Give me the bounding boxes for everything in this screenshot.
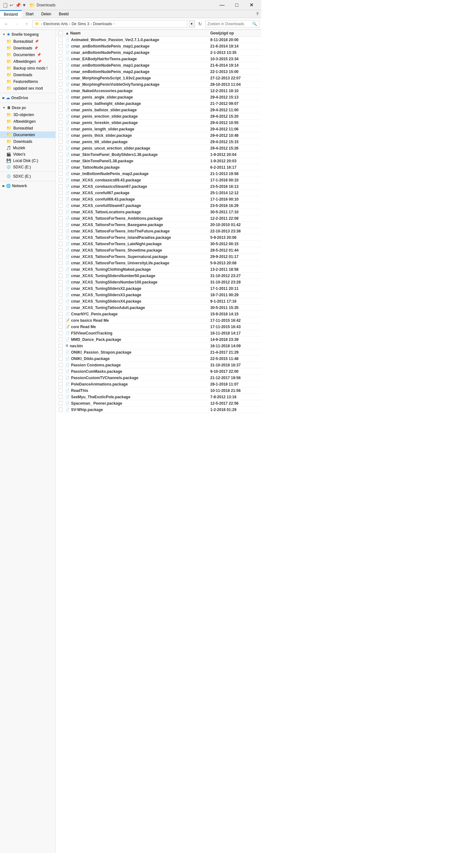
row-checkbox-17[interactable] [57, 146, 64, 150]
table-row[interactable]: 📄 cmar_XCAS_corefullSteam67.package 23-5… [56, 203, 261, 209]
minimize-button[interactable]: — [215, 0, 229, 10]
table-row[interactable]: 📄 cmar_XCAS_corebasicsSteam67.package 23… [56, 183, 261, 190]
sidebar-item-backup[interactable]: 📁 Backup sims mods ! [0, 65, 56, 71]
back-button[interactable]: ← [2, 20, 11, 28]
search-input[interactable] [207, 22, 252, 26]
row-checkbox-52[interactable] [57, 369, 64, 373]
row-checkbox-41[interactable] [57, 299, 64, 303]
table-row[interactable]: 📄 SeeMyu_TheExoticPole.package 7-8-2012 … [56, 394, 261, 400]
row-checkbox-34[interactable] [57, 254, 64, 259]
table-row[interactable]: 📄 cmar_emBottomNudePenis_map2.package 22… [56, 68, 261, 75]
sidebar-item-sdxc-2[interactable]: 💿 SDXC (E:) [0, 173, 56, 180]
table-row[interactable]: 📄 cmar_penis_thick_slider.package 29-4-2… [56, 132, 261, 139]
sidebar-section-netwerk[interactable]: ▶ 🌐 Netwerk [0, 182, 56, 189]
row-checkbox-23[interactable] [57, 184, 64, 188]
row-checkbox-38[interactable] [57, 280, 64, 284]
row-checkbox-3[interactable] [57, 57, 64, 61]
row-checkbox-8[interactable] [57, 89, 64, 93]
up-button[interactable]: ↑ [22, 20, 31, 28]
table-row[interactable]: 📄 cmar_XCAS_TattoosForTeens_UniversityLi… [56, 260, 261, 266]
title-bar-icon-4[interactable]: ▼ [22, 3, 27, 8]
row-checkbox-5[interactable] [57, 69, 64, 74]
title-bar-icon-3[interactable]: 📌 [15, 3, 21, 8]
table-row[interactable]: 📄 cmar_XCAS_corefull67.package 25-1-2014… [56, 190, 261, 196]
row-checkbox-48[interactable] [57, 344, 64, 348]
table-row[interactable]: 📄 PoleDanceAnimations.package 28-1-2018 … [56, 381, 261, 388]
table-row[interactable]: 📄 cmar_TattooNude.package 6-2-2011 16:17 [56, 164, 261, 170]
row-checkbox-32[interactable] [57, 242, 64, 246]
table-row[interactable]: 📄 CmarNYC_Penis.package 15-9-2018 14:15 [56, 311, 261, 317]
table-row[interactable]: 📄 cmar_XCAS_TattooLocations.package 30-5… [56, 209, 261, 215]
row-checkbox-26[interactable] [57, 204, 64, 208]
table-row[interactable]: 📄 Passion Condoms.package 31-10-2018 16:… [56, 362, 261, 368]
table-row[interactable]: 📄 PassionCumMasks.package 9-10-2017 22:0… [56, 368, 261, 375]
row-checkbox-44[interactable] [57, 318, 64, 322]
row-checkbox-47[interactable] [57, 337, 64, 342]
sidebar-item-updated-sex-mod[interactable]: 📁 updated sex mod [0, 85, 56, 92]
table-row[interactable]: 📄 cmar_amBottomNudePenis_map1.package 21… [56, 43, 261, 50]
row-checkbox-51[interactable] [57, 363, 64, 367]
table-row[interactable]: 📄 FSIViewCountTracking 16-11-2018 14:17 [56, 330, 261, 336]
sidebar-item-afbeeldingen-2[interactable]: 📁 Afbeeldingen [0, 118, 56, 125]
breadcrumb-item-sims[interactable]: De Sims 3 [72, 22, 89, 26]
title-bar-icon-1[interactable]: 📋 [3, 3, 8, 8]
table-row[interactable]: 📄 cmar_penis_foreskin_slider.package 29-… [56, 120, 261, 126]
sidebar-item-downloads-2[interactable]: 📁 Downloads [0, 71, 56, 78]
row-checkbox-9[interactable] [57, 95, 64, 99]
row-checkbox-22[interactable] [57, 178, 64, 182]
table-row[interactable]: 📄 cmar_SkinTonePanel_BodySliders1.38.pac… [56, 152, 261, 158]
table-row[interactable]: 📄 cmar_penis_length_slider.package 29-4-… [56, 126, 261, 132]
table-row[interactable]: 📄 cmar_XCAS_TattoosForTeens_IntoTheFutur… [56, 228, 261, 235]
table-row[interactable]: 📄 cmar_penis_tilt_slider.package 29-4-20… [56, 139, 261, 145]
row-checkbox-50[interactable] [57, 356, 64, 361]
row-checkbox-42[interactable] [57, 306, 64, 310]
row-checkbox-31[interactable] [57, 235, 64, 240]
table-row[interactable]: 📄 cmar_XCAS_TattoosForTeens_Ambitions.pa… [56, 215, 261, 222]
table-row[interactable]: 📄 ReadThis 10-11-2018 21:56 [56, 388, 261, 394]
title-bar-controls[interactable]: — □ ✕ [215, 0, 259, 10]
table-row[interactable]: 📝 core Read Me 17-11-2015 16:43 [56, 324, 261, 330]
row-checkbox-36[interactable] [57, 267, 64, 271]
sidebar-item-documenten-2[interactable]: 📁 Documenten [0, 131, 56, 138]
table-row[interactable]: 📄 cmar_tmBottomNudePenis_map2.package 21… [56, 170, 261, 177]
table-row[interactable]: 📄 Animated_WooHoo_Passion_Ver2.7.1.0.pac… [56, 37, 261, 43]
row-checkbox-1[interactable] [57, 44, 64, 48]
sidebar-item-sdxc-1[interactable]: 💿 SDXC (E:) [0, 164, 56, 170]
tab-beeld[interactable]: Beeld [55, 10, 73, 18]
table-row[interactable]: 📄 ONIKI_Passion_Strapon.package 21-4-201… [56, 349, 261, 355]
table-row[interactable]: 📄 cmar_XCAS_TattoosForTeens_LateNight.pa… [56, 241, 261, 247]
table-row[interactable]: 📄 cmar_XCAS_TuningSlidersNumber100.packa… [56, 279, 261, 285]
table-row[interactable]: 📄 cmar_XCAS_TattoosForTeens_Showtime.pac… [56, 247, 261, 253]
row-checkbox-27[interactable] [57, 210, 64, 214]
table-row[interactable]: 📄 cmar_amBottomNudePenis_map2.package 2-… [56, 50, 261, 56]
sidebar-item-documenten[interactable]: 📁 Documenten 📌 [0, 51, 56, 58]
row-checkbox-40[interactable] [57, 293, 64, 297]
sidebar-item-afbeeldingen-1[interactable]: 📁 Afbeeldingen 📌 [0, 58, 56, 65]
table-row[interactable]: 📄 cmar_SkinTonePanel1.38.package 1-9-201… [56, 158, 261, 164]
row-checkbox-0[interactable] [57, 38, 64, 42]
table-row[interactable]: 📄 cmar_penis_angle_slider.package 29-4-2… [56, 94, 261, 100]
tab-delen[interactable]: Delen [37, 10, 55, 18]
sidebar-item-local-disk[interactable]: 💾 Local Disk (C:) [0, 158, 56, 164]
select-all-checkbox[interactable] [57, 31, 64, 35]
forward-button[interactable]: → [12, 20, 21, 28]
row-checkbox-6[interactable] [57, 76, 64, 80]
row-checkbox-46[interactable] [57, 331, 64, 335]
row-checkbox-16[interactable] [57, 140, 64, 144]
table-row[interactable]: 📄 cmar_XCAS_TattoosForTeens_Basegame.pac… [56, 222, 261, 228]
row-checkbox-58[interactable] [57, 407, 64, 412]
table-row[interactable]: 📄 Spaceman_ Peener.package 12-5-2017 22:… [56, 400, 261, 407]
row-checkbox-25[interactable] [57, 197, 64, 201]
row-checkbox-7[interactable] [57, 82, 64, 86]
title-bar-icon-2[interactable]: ↩ [9, 3, 14, 8]
table-row[interactable]: 📄 cmar_XCAS_TuningSlidersX3.package 18-7… [56, 292, 261, 298]
row-checkbox-56[interactable] [57, 395, 64, 399]
row-checkbox-21[interactable] [57, 172, 64, 176]
row-checkbox-30[interactable] [57, 229, 64, 233]
tab-start[interactable]: Start [22, 10, 37, 18]
sidebar-item-3d-objecten[interactable]: 📁 3D-objecten [0, 111, 56, 118]
table-row[interactable]: ⚙ nav.bin 16-11-2018 14:09 [56, 343, 261, 349]
table-row[interactable]: 📄 cmar_XCAS_TuningSlidersX4.package 9-1-… [56, 298, 261, 305]
table-row[interactable]: 📄 SV-Whip.package 1-2-2018 01:29 [56, 407, 261, 413]
row-checkbox-53[interactable] [57, 376, 64, 380]
